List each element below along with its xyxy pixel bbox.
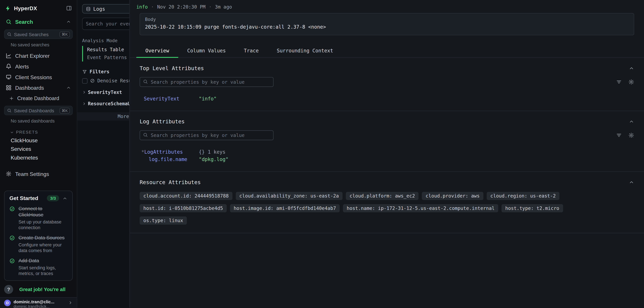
- check-circle-icon: [10, 258, 15, 264]
- app-window: HyperDX Search Saved Searches ⌘K No save…: [0, 0, 644, 308]
- create-dashboard-button[interactable]: Create Dashboard: [0, 93, 77, 103]
- filter-group-label: SeverityText: [88, 89, 122, 95]
- resource-pill[interactable]: host.image.id: ami-0f5fcdfbd140e4ab7: [230, 204, 340, 212]
- resource-pill[interactable]: os.type: linux: [140, 216, 187, 225]
- chevron-up-icon[interactable]: [629, 66, 634, 71]
- resource-pill[interactable]: cloud.provider: aws: [422, 192, 483, 200]
- filters-label: Filters: [90, 69, 110, 74]
- chevron-up-icon[interactable]: [66, 19, 71, 24]
- saved-dashboards-input[interactable]: Saved Dashboards ⌘K: [4, 106, 72, 115]
- gear-icon: [6, 171, 12, 177]
- section-title: Top Level Attributes: [140, 65, 629, 71]
- resource-pill[interactable]: host.type: t2.micro: [502, 204, 563, 212]
- source-selector[interactable]: Logs: [82, 4, 130, 13]
- chevron-right-icon: [82, 102, 86, 106]
- denoise-results-toggle[interactable]: Denoise Results: [82, 78, 130, 84]
- chevron-up-icon[interactable]: [629, 119, 634, 124]
- attribute-tree-root: *LogAttributes {} 1 keys: [140, 149, 634, 156]
- sidebar-item-dashboards[interactable]: Dashboards: [0, 82, 77, 93]
- tab-overview[interactable]: Overview: [136, 44, 178, 58]
- resource-pill[interactable]: cloud.availability_zone: us-east-2a: [236, 192, 343, 200]
- attribute-value[interactable]: "dpkg.log": [199, 156, 228, 163]
- attribute-key[interactable]: log.file.name: [140, 157, 187, 162]
- resource-pill[interactable]: host.name: ip-172-31-12-5.us-east-2.comp…: [343, 204, 498, 212]
- filter-group-label: ResourceSchemaUrl: [88, 101, 129, 107]
- more-filters-button[interactable]: More filters: [77, 112, 129, 121]
- mode-results-table[interactable]: Results Table: [83, 46, 130, 54]
- get-started-step-connect[interactable]: Connect to ClickHouse Set up your databa…: [10, 206, 67, 230]
- resource-pill[interactable]: host.id: i-0510b81275acbe4d5: [140, 204, 227, 212]
- denoise-checkbox[interactable]: [82, 78, 88, 84]
- resource-pill[interactable]: cloud.region: us-east-2: [487, 192, 560, 200]
- bell-icon: [6, 64, 12, 69]
- gear-icon[interactable]: [628, 132, 634, 138]
- brand-title: HyperDX: [14, 5, 37, 11]
- separator: ·: [209, 4, 212, 10]
- slash-circle-icon: [90, 78, 95, 83]
- tab-surrounding-context[interactable]: Surrounding Context: [268, 44, 342, 58]
- preset-item-services[interactable]: Services: [0, 145, 77, 153]
- step-description: Set up your database connection: [18, 219, 67, 230]
- filters-header: Filters: [82, 69, 130, 74]
- gear-icon[interactable]: [628, 79, 634, 85]
- sidebar-item-label: Team Settings: [15, 171, 71, 177]
- saved-dashboards-placeholder: Saved Dashboards: [14, 108, 57, 113]
- property-search-input[interactable]: [140, 130, 274, 140]
- get-started-title: Get Started: [10, 195, 44, 201]
- mode-event-patterns[interactable]: Event Patterns: [83, 54, 130, 62]
- user-account-menu[interactable]: D dominic.tran@clic... dominic.tran@clic…: [0, 297, 77, 308]
- get-started-step-sources[interactable]: Create Data Sources Configure where your…: [10, 235, 67, 253]
- sidebar-item-client-sessions[interactable]: Client Sessions: [0, 72, 77, 83]
- section-log-attributes: Log Attributes *LogAttributes {} 1 keys: [130, 111, 644, 172]
- tab-trace[interactable]: Trace: [235, 44, 268, 58]
- sidebar-item-search[interactable]: Search: [0, 16, 77, 27]
- analysis-mode-list: Results Table Event Patterns: [82, 46, 130, 61]
- resource-pill[interactable]: cloud.platform: aws_ec2: [346, 192, 418, 200]
- sidebar-item-team-settings[interactable]: Team Settings: [0, 168, 77, 179]
- presets-label: PRESETS: [16, 130, 38, 135]
- attribute-value[interactable]: "info": [199, 95, 216, 102]
- get-started-progress-badge: 3/3: [47, 195, 59, 201]
- sidebar: HyperDX Search Saved Searches ⌘K No save…: [0, 0, 77, 308]
- no-saved-searches-note: No saved searches: [0, 41, 77, 50]
- sidebar-item-chart-explorer[interactable]: Chart Explorer: [0, 50, 77, 61]
- saved-searches-placeholder: Saved Searches: [14, 32, 57, 37]
- help-button[interactable]: ?: [4, 285, 13, 294]
- chevron-up-icon[interactable]: [62, 196, 67, 201]
- property-search-input[interactable]: [140, 77, 274, 87]
- source-selector-label: Logs: [93, 6, 105, 12]
- get-started-step-add-data[interactable]: Add Data Start sending logs, metrics, or…: [10, 258, 67, 276]
- filter-group-severitytext[interactable]: SeverityText: [82, 89, 130, 95]
- sidebar-item-alerts[interactable]: Alerts: [0, 61, 77, 72]
- no-saved-dashboards-note: No saved dashboards: [0, 118, 77, 127]
- log-body-card: Body 2025-10-22 10:15:09 purge fonts-dej…: [140, 13, 634, 35]
- shortcut-badge: ⌘K: [60, 31, 70, 37]
- check-circle-icon: [10, 235, 15, 241]
- saved-searches-input[interactable]: Saved Searches ⌘K: [4, 29, 72, 39]
- chevron-down-icon: [10, 130, 14, 134]
- chevron-up-icon[interactable]: [629, 180, 634, 185]
- collapse-sidebar-icon[interactable]: [66, 5, 72, 11]
- search-filters-panel: Logs Analysis Mode Results Table Event P…: [77, 0, 129, 308]
- attribute-key[interactable]: LogAttributes: [144, 149, 183, 155]
- presets-section-toggle[interactable]: PRESETS: [0, 127, 77, 136]
- filter-group-resourceschemaurl[interactable]: ResourceSchemaUrl: [82, 101, 130, 107]
- expand-marker[interactable]: *: [141, 149, 144, 155]
- step-title: Add Data: [18, 258, 67, 264]
- monitor-icon: [6, 74, 12, 80]
- filter-rows-icon[interactable]: [616, 132, 622, 138]
- section-title: Log Attributes: [140, 119, 629, 125]
- search-icon: [143, 79, 148, 84]
- log-timestamp: Nov 20 2:20:30 PM: [157, 4, 206, 10]
- sidebar-item-label: Chart Explorer: [15, 53, 71, 59]
- step-description: Configure where your data comes from: [18, 242, 67, 253]
- chevron-up-icon[interactable]: [66, 85, 71, 90]
- tab-column-values[interactable]: Column Values: [178, 44, 235, 58]
- event-search-input[interactable]: [82, 17, 130, 30]
- filter-rows-icon[interactable]: [616, 79, 622, 85]
- preset-item-clickhouse[interactable]: ClickHouse: [0, 136, 77, 145]
- get-started-card: Get Started 3/3 Connect to ClickHouse Se…: [4, 191, 72, 281]
- resource-pill[interactable]: cloud.account.id: 244449518788: [140, 192, 232, 200]
- attribute-key[interactable]: SeverityText: [140, 96, 180, 102]
- preset-item-kubernetes[interactable]: Kubernetes: [0, 153, 77, 162]
